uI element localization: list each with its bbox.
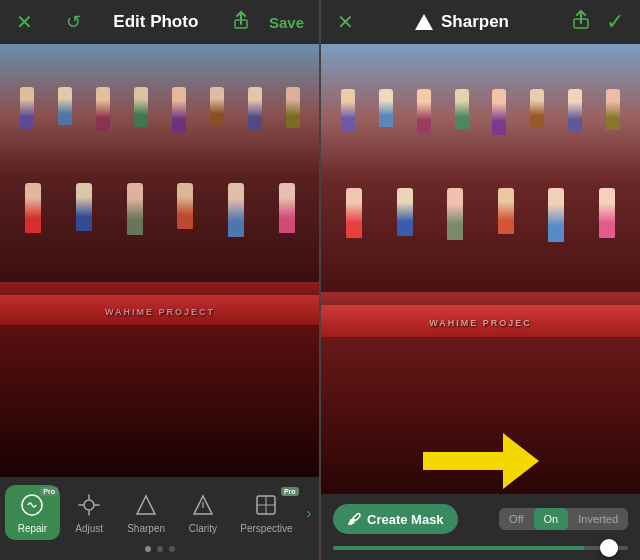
left-image-area: WAHIME PROJECT [0,44,320,477]
arrow-overlay [423,433,539,489]
right-image-area: WAHIME PROJEC [321,44,640,494]
tools-nav-arrow[interactable]: › [302,505,315,521]
left-panel: ✕ ↺ Edit Photo Save [0,0,320,560]
right-header-actions: ✓ [570,9,624,36]
mask-brush-icon: 🖌 [347,511,361,527]
dot-3 [169,546,175,552]
create-mask-row: 🖌 Create Mask Off On Inverted [333,504,628,534]
page-dots [0,540,320,556]
create-mask-label: Create Mask [367,512,444,527]
toggle-inverted[interactable]: Inverted [568,508,628,530]
tool-repair[interactable]: Pro Repair [5,485,60,540]
edit-photo-title: Edit Photo [113,12,198,32]
repair-label: Repair [18,523,47,534]
header-icons: ↺ [66,11,81,33]
arrow-shaft [423,452,503,470]
adjust-label: Adjust [75,523,103,534]
arrow-head [503,433,539,489]
tool-clarity[interactable]: Clarity [175,485,230,540]
right-addon-icon[interactable] [570,9,592,36]
left-header: ✕ ↺ Edit Photo Save [0,0,320,44]
toggle-on[interactable]: On [534,508,569,530]
left-photo: WAHIME PROJECT [0,44,320,477]
tool-adjust[interactable]: Adjust [62,485,117,540]
pro-badge-perspective: Pro [281,487,299,496]
svg-marker-7 [137,496,155,514]
sharpen-triangle-icon [415,14,433,30]
perspective-icon [252,491,280,519]
history-icon[interactable]: ↺ [66,11,81,33]
sharpen-title: Sharpen [441,12,509,32]
pro-badge-repair: Pro [40,487,58,496]
perspective-label: Perspective [240,523,292,534]
confirm-button[interactable]: ✓ [606,9,624,35]
yellow-arrow [423,433,539,489]
toggle-group: Off On Inverted [499,508,628,530]
right-header-icons: Save [231,10,304,35]
right-close-button[interactable]: ✕ [337,10,354,34]
close-button[interactable]: ✕ [16,10,33,34]
sharpen-slider-thumb[interactable] [600,539,618,557]
sharpen-icon [132,491,160,519]
svg-point-2 [84,500,94,510]
sharpen-title-group: Sharpen [399,0,525,44]
right-panel: ✕ Sharpen ✓ [320,0,640,560]
tool-perspective[interactable]: Pro Perspective [232,485,300,540]
adjust-icon [75,491,103,519]
tools-row: Pro Repair [0,485,320,540]
right-controls: 🖌 Create Mask Off On Inverted [321,494,640,560]
right-photo: WAHIME PROJEC [321,44,640,494]
sharpen-label: Sharpen [127,523,165,534]
create-mask-button[interactable]: 🖌 Create Mask [333,504,458,534]
clarity-icon [189,491,217,519]
panel-divider [319,0,321,560]
share-icon[interactable] [231,10,251,35]
right-header: ✕ Sharpen ✓ [321,0,640,44]
dot-1 [145,546,151,552]
left-toolbar: Pro Repair [0,477,320,560]
toggle-off[interactable]: Off [499,508,533,530]
clarity-label: Clarity [189,523,217,534]
sharpen-slider-row [333,546,628,550]
save-button[interactable]: Save [269,14,304,31]
dot-2 [157,546,163,552]
sharpen-slider-track[interactable] [333,546,628,550]
tool-sharpen[interactable]: Sharpen [119,485,174,540]
